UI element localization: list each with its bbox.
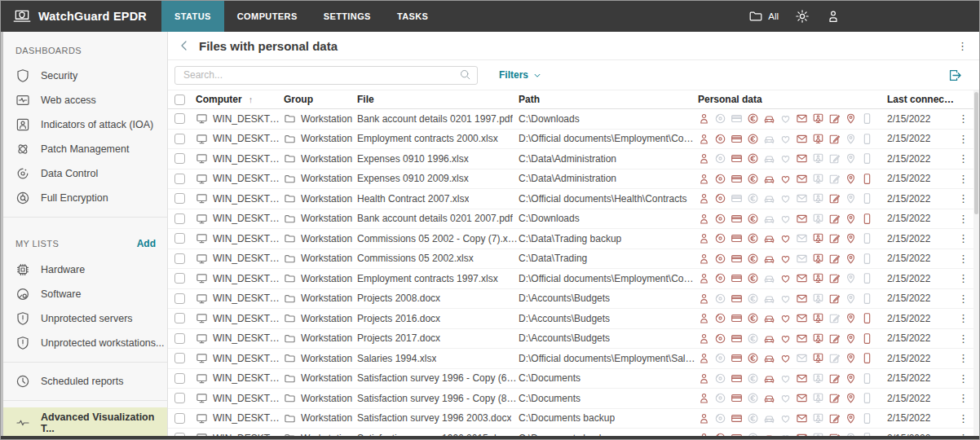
row-kebab-menu[interactable]: ⋮ xyxy=(958,153,969,164)
page-header: Files with personal data ⋮ xyxy=(168,32,979,60)
search-input[interactable] xyxy=(174,66,478,85)
row-kebab-menu[interactable]: ⋮ xyxy=(958,313,969,323)
heart-icon xyxy=(779,312,792,324)
filters-button[interactable]: Filters xyxy=(499,69,541,81)
row-kebab-menu[interactable]: ⋮ xyxy=(958,273,969,284)
row-kebab-menu[interactable]: ⋮ xyxy=(958,353,969,363)
id-screen-icon xyxy=(812,173,824,185)
group-cell: Workstation xyxy=(284,192,357,205)
row-kebab-menu[interactable]: ⋮ xyxy=(958,413,969,424)
column-header-personal-data[interactable]: Personal data xyxy=(698,94,887,105)
sidebar-item-unprotected-servers[interactable]: Unprotected servers xyxy=(1,306,167,331)
monitor-icon xyxy=(196,312,208,324)
nav-tab-status[interactable]: STATUS xyxy=(161,1,224,32)
page-kebab-menu[interactable]: ⋮ xyxy=(957,41,968,51)
row-kebab-menu[interactable]: ⋮ xyxy=(958,113,969,124)
sidebar-item-indicators-of-attack-ioa[interactable]: Indicators of attack (IOA) xyxy=(1,112,167,137)
user-account-icon[interactable] xyxy=(826,9,841,24)
path-cell: C:\Documents xyxy=(519,393,698,404)
car-icon xyxy=(763,112,775,125)
row-checkbox[interactable] xyxy=(174,233,185,244)
row-checkbox[interactable] xyxy=(174,293,185,304)
disc-icon xyxy=(714,213,726,225)
file-cell: Commissions 05 2002 - Copy (7).xlsx xyxy=(357,233,519,244)
my-lists-header: MY LISTS Add xyxy=(1,224,167,257)
row-checkbox[interactable] xyxy=(174,153,185,164)
heart-icon xyxy=(779,133,792,145)
sidebar-item-software[interactable]: Software xyxy=(1,282,167,306)
row-checkbox[interactable] xyxy=(174,134,185,144)
column-header-file[interactable]: File xyxy=(357,94,519,105)
column-header-last-connection[interactable]: Last connection xyxy=(887,94,957,105)
nav-tab-computers[interactable]: COMPUTERS xyxy=(224,1,311,32)
row-kebab-menu[interactable]: ⋮ xyxy=(958,233,969,244)
sidebar-item-full-encryption[interactable]: Full Encryption xyxy=(1,186,167,210)
row-checkbox[interactable] xyxy=(174,113,185,124)
user-icon xyxy=(698,352,710,364)
personal-data-cell xyxy=(698,352,887,364)
mail-icon xyxy=(796,272,808,284)
folder-icon xyxy=(284,232,296,244)
row-kebab-menu[interactable]: ⋮ xyxy=(958,174,969,184)
column-header-group[interactable]: Group xyxy=(284,94,357,105)
row-kebab-menu[interactable]: ⋮ xyxy=(958,373,969,384)
row-kebab-menu[interactable]: ⋮ xyxy=(958,134,969,144)
row-kebab-menu[interactable]: ⋮ xyxy=(958,253,969,264)
add-list-button[interactable]: Add xyxy=(137,238,156,249)
location-pin-icon xyxy=(845,293,857,305)
last-connection-cell: 2/15/2022 xyxy=(887,233,957,244)
select-all-checkbox[interactable] xyxy=(174,95,185,105)
row-kebab-menu[interactable]: ⋮ xyxy=(958,213,969,224)
mail-icon xyxy=(796,133,808,145)
row-kebab-menu[interactable]: ⋮ xyxy=(958,193,969,204)
row-checkbox[interactable] xyxy=(174,273,185,284)
row-checkbox[interactable] xyxy=(174,393,185,403)
dashboards-title: DASHBOARDS xyxy=(15,46,82,55)
row-checkbox[interactable] xyxy=(174,373,185,384)
export-icon[interactable] xyxy=(947,68,963,83)
gear-icon[interactable] xyxy=(795,9,810,24)
row-kebab-menu[interactable]: ⋮ xyxy=(958,393,969,403)
column-header-path[interactable]: Path xyxy=(519,94,698,105)
edit-icon xyxy=(828,352,841,364)
row-checkbox[interactable] xyxy=(174,193,185,204)
sidebar-item-web-access[interactable]: Web access xyxy=(1,88,167,112)
search-icon[interactable] xyxy=(459,68,471,81)
sidebar-item-advanced-visualization-t[interactable]: Advanced Visualization T... xyxy=(1,407,167,438)
sidebar-item-patch-management[interactable]: Patch Management xyxy=(1,137,167,161)
scrollbar-thumb[interactable] xyxy=(974,92,978,214)
sidebar-item-unprotected-workstations[interactable]: Unprotected workstations... xyxy=(1,331,167,355)
car-icon xyxy=(763,332,775,345)
row-checkbox[interactable] xyxy=(174,253,185,264)
row-checkbox[interactable] xyxy=(174,213,185,224)
back-button[interactable] xyxy=(178,39,191,52)
id-screen-icon xyxy=(812,312,824,324)
edit-icon xyxy=(828,213,841,225)
last-connection-cell: 2/15/2022 xyxy=(887,173,957,184)
row-checkbox[interactable] xyxy=(174,174,185,184)
credit-card-icon xyxy=(731,133,743,145)
nav-tab-tasks[interactable]: TASKS xyxy=(384,1,441,32)
sidebar-item-security[interactable]: Security xyxy=(1,64,167,88)
row-checkbox[interactable] xyxy=(174,313,185,323)
last-connection-cell: 2/15/2022 xyxy=(887,193,957,205)
monitor-icon xyxy=(196,352,208,364)
row-checkbox[interactable] xyxy=(174,413,185,424)
path-cell-label: D:\Accounts\Budgets xyxy=(519,332,610,344)
group-cell-label: Workstation xyxy=(301,233,352,244)
row-kebab-menu[interactable]: ⋮ xyxy=(958,293,969,304)
row-kebab-menu[interactable]: ⋮ xyxy=(958,333,969,344)
folder-icon xyxy=(284,332,296,345)
group-cell-label: Workstation xyxy=(301,253,352,264)
vertical-scrollbar[interactable] xyxy=(973,90,979,440)
sidebar-item-scheduled-reports[interactable]: Scheduled reports xyxy=(1,369,167,394)
file-cell: Expenses 0910 2009.xlsx xyxy=(357,173,519,184)
sidebar-item-data-control[interactable]: Data Control xyxy=(1,161,167,186)
row-checkbox[interactable] xyxy=(174,353,185,363)
sidebar-item-hardware[interactable]: Hardware xyxy=(1,257,167,282)
column-header-computer[interactable]: Computer↑ xyxy=(196,94,284,105)
last-connection-cell: 2/15/2022 xyxy=(887,133,957,144)
nav-tab-settings[interactable]: SETTINGS xyxy=(311,1,384,32)
scope-selector[interactable]: All xyxy=(748,9,779,24)
row-checkbox[interactable] xyxy=(174,333,185,344)
